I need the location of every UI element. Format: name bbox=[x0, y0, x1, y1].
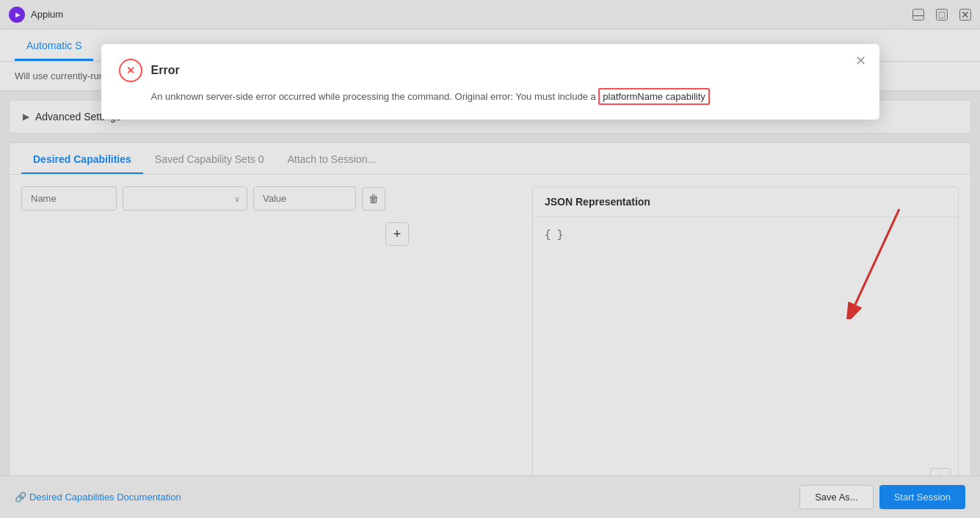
dialog-overlay: Error ✕ An unknown server-side error occ… bbox=[0, 0, 980, 518]
error-close-button[interactable]: ✕ bbox=[855, 54, 866, 68]
error-dialog: Error ✕ An unknown server-side error occ… bbox=[101, 44, 879, 120]
error-icon bbox=[119, 59, 142, 82]
error-message: An unknown server-side error occurred wh… bbox=[119, 90, 862, 105]
error-dialog-header: Error bbox=[119, 59, 862, 82]
error-message-pre: An unknown server-side error occurred wh… bbox=[151, 91, 596, 102]
error-title: Error bbox=[151, 64, 180, 77]
error-message-highlighted: platformName capability bbox=[598, 88, 709, 105]
